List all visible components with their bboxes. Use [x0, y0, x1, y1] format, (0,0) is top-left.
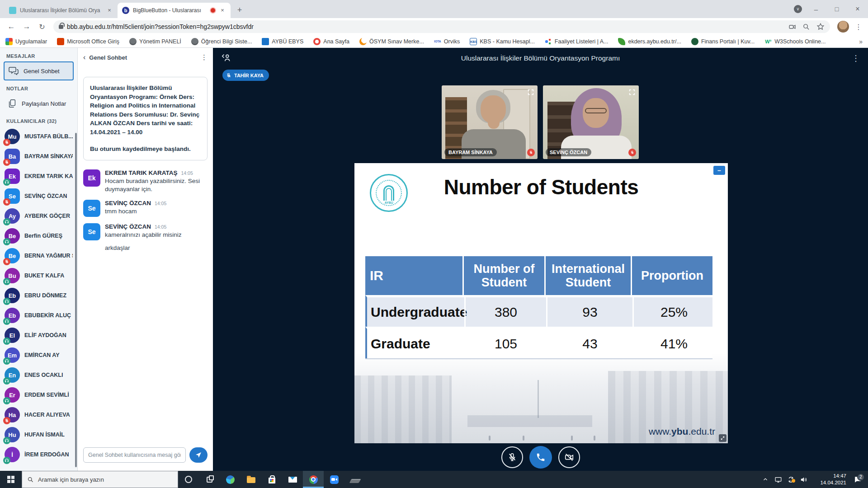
bookmark-item[interactable]: Uygulamalar [5, 38, 47, 45]
chat-message-input[interactable] [83, 447, 186, 463]
bookmark-item[interactable]: KBS - Kamu Hesapl... [470, 38, 535, 45]
tab-search-icon[interactable] [790, 0, 806, 18]
browser-menu-icon[interactable] [854, 23, 863, 31]
taskbar-mail-button[interactable] [282, 471, 303, 488]
taskbar-edge-button[interactable] [220, 471, 241, 488]
browser-tab-active[interactable]: BigBlueButton - Uluslararası [118, 3, 231, 18]
taskbar-search[interactable]: Aramak için buraya yazın [22, 471, 178, 488]
user-status-badge [3, 258, 10, 265]
bookmarks-overflow-icon[interactable] [859, 38, 863, 45]
window-maximize-button[interactable] [826, 0, 847, 18]
user-list-item[interactable]: El ELİF AYDOĞAN [0, 325, 77, 345]
url-text[interactable]: bbb.aybu.edu.tr/html5client/join?session… [67, 23, 254, 30]
reload-icon[interactable] [35, 20, 49, 33]
user-list-item[interactable]: Hu HUFAN İSMAİL [0, 425, 77, 445]
tray-sync-button[interactable] [785, 476, 797, 483]
bookmark-item[interactable]: Microsoft Office Giriş [57, 38, 119, 45]
headset-icon [5, 180, 9, 184]
user-list-item[interactable]: İ İREM ERDOĞAN [0, 445, 77, 465]
bookmark-favicon [618, 38, 625, 45]
video-feed[interactable]: SEVİNÇ ÖZCAN [543, 85, 639, 159]
meeting-options-icon[interactable] [852, 53, 860, 63]
user-list-item[interactable]: En ENES OCAKLI [0, 365, 77, 385]
browser-tab[interactable]: Uluslararası İlişkiler Bölümü Orya [5, 3, 118, 18]
tray-expand-button[interactable] [760, 477, 771, 482]
window-minimize-button[interactable] [806, 0, 826, 18]
bookmark-favicon [5, 38, 13, 45]
user-list-item[interactable]: Bu BUKET KALFA [0, 266, 77, 286]
tray-network-button[interactable] [772, 476, 784, 483]
taskbar-scanner-button[interactable] [344, 471, 365, 488]
profile-avatar[interactable] [837, 21, 849, 33]
camera-in-use-icon[interactable] [788, 23, 796, 31]
address-bar[interactable]: bbb.aybu.edu.tr/html5client/join?session… [53, 20, 830, 33]
user-list-scrollbar[interactable] [75, 133, 77, 467]
bookmark-favicon [57, 38, 64, 45]
user-list[interactable]: Mu MUSTAFA BÜLB... (Siz) Ba [0, 127, 77, 465]
taskbar-cortana-button[interactable] [178, 471, 199, 488]
share-webcam-button[interactable] [558, 446, 580, 468]
taskbar-chrome-button[interactable] [303, 471, 324, 488]
user-list-item[interactable]: Er ERDEM SEVİMLİ [0, 385, 77, 405]
bookmark-item[interactable]: ekders.aybu.edu.tr/... [618, 38, 681, 45]
fullscreen-icon[interactable] [628, 89, 636, 98]
user-status-badge [3, 159, 10, 166]
bookmark-item[interactable]: ÖSYM Sınav Merke... [359, 38, 424, 45]
user-list-item[interactable]: Ba BAYRAM SİNKAYA [0, 146, 77, 166]
taskbar-zoom-button[interactable] [324, 471, 344, 488]
start-button[interactable] [0, 471, 22, 488]
tab-close-icon[interactable] [219, 7, 226, 14]
user-list-item[interactable]: Ha HACER ALIYEVA [0, 405, 77, 425]
user-list-item[interactable]: Eb EBRU DÖNMEZ [0, 286, 77, 305]
bookmark-item[interactable]: Finans Portalı | Kuv... [691, 38, 755, 45]
chat-options-icon[interactable] [201, 53, 208, 61]
bookmark-item[interactable]: Faaliyet Listeleri | A... [545, 38, 609, 45]
new-tab-button[interactable] [233, 4, 246, 17]
forward-icon[interactable] [20, 20, 33, 33]
user-list-item[interactable]: Be BERNA YAĞMUR SAL... [0, 246, 77, 266]
bookmark-star-icon[interactable] [816, 23, 825, 31]
user-list-item[interactable]: Em EMİRCAN AY [0, 345, 77, 365]
user-list-item[interactable]: Ay AYBERK GÖÇER [0, 206, 77, 226]
taskbar-explorer-button[interactable] [241, 471, 261, 488]
zoom-indicator-icon[interactable] [802, 23, 810, 31]
bookmark-item[interactable]: Öğrenci Bilgi Siste... [191, 38, 252, 45]
mic-off-icon [5, 160, 9, 164]
window-close-button[interactable] [847, 0, 868, 18]
presentation-area[interactable]: AYBÜ Number of Students IR Number of Stu… [354, 163, 728, 443]
unmute-button[interactable] [501, 446, 523, 468]
user-list-item[interactable]: Se SEVİNÇ ÖZCAN [0, 186, 77, 206]
user-list-item[interactable]: Ek EKREM TARIK KARA... [0, 166, 77, 186]
taskbar-taskview-button[interactable] [199, 471, 220, 488]
bookmark-item[interactable]: Yönetim PANELİ [129, 38, 181, 45]
sidebar-item-public-chat[interactable]: Genel Sohbet [4, 61, 74, 80]
back-icon[interactable] [5, 20, 18, 33]
taskbar-clock[interactable]: 14:47 14.04.2021 [813, 473, 846, 486]
bookmark-item[interactable]: Orviks [434, 38, 460, 45]
user-avatar: Em [5, 347, 20, 363]
hide-userlist-icon[interactable] [221, 52, 231, 64]
presentation-resize-handle[interactable] [719, 434, 726, 442]
sidebar-item-shared-notes[interactable]: Paylaşılan Notlar [4, 94, 74, 113]
chat-back-icon[interactable] [83, 53, 85, 61]
user-list-item[interactable]: Be Berfin GÜREŞ [0, 226, 77, 246]
leave-audio-button[interactable] [529, 446, 552, 469]
message-time: 14:05 [155, 201, 166, 206]
bookmark-item[interactable]: AYBÜ EBYS [262, 38, 303, 45]
send-message-button[interactable] [189, 447, 208, 463]
minimize-presentation-button[interactable] [713, 166, 725, 175]
action-center-button[interactable]: 2 [850, 475, 865, 484]
fullscreen-icon[interactable] [527, 89, 534, 98]
chrome-icon [309, 475, 318, 484]
tray-volume-button[interactable] [797, 476, 809, 483]
user-list-item[interactable]: Mu MUSTAFA BÜLB... (Siz) [0, 127, 77, 146]
taskbar-store-button[interactable] [261, 471, 282, 488]
bookmark-item[interactable]: Ana Sayfa [313, 38, 349, 45]
user-list-item[interactable]: Eb EBUBEKİR ALUÇ [0, 305, 77, 325]
talking-indicator[interactable]: TAHİR KAYA [222, 70, 269, 81]
video-feed[interactable]: BAYRAM SİNKAYA [442, 85, 538, 159]
message-time: 14:05 [155, 224, 166, 230]
tab-close-icon[interactable] [106, 7, 113, 14]
bookmark-item[interactable]: W3Schools Online... [764, 38, 826, 45]
padlock-icon[interactable] [59, 25, 63, 29]
